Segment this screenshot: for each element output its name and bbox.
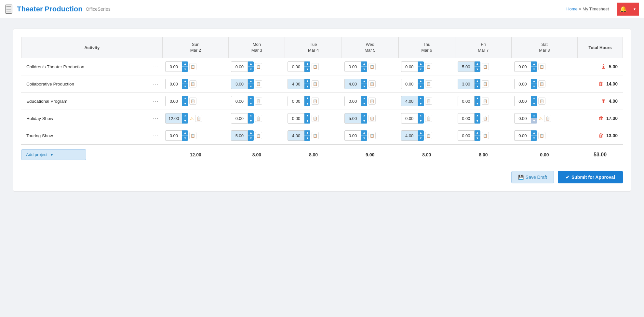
spin-up-3-5[interactable]: ▲ (475, 113, 480, 118)
spin-down-2-2[interactable]: ▼ (304, 101, 310, 106)
note-button-1-1[interactable]: 📋 (255, 80, 262, 87)
hour-input-3-0[interactable] (165, 113, 182, 124)
hour-input-2-3[interactable] (344, 96, 361, 106)
hour-input-0-3[interactable] (344, 61, 361, 72)
activity-menu-button-1[interactable]: ··· (152, 81, 160, 87)
note-button-4-5[interactable]: 📋 (482, 132, 489, 139)
hour-input-1-0[interactable] (165, 79, 182, 89)
spin-up-4-2[interactable]: ▲ (304, 130, 310, 136)
note-button-0-6[interactable]: 📋 (538, 63, 545, 70)
note-button-0-4[interactable]: 📋 (425, 63, 432, 70)
spin-up-4-0[interactable]: ▲ (182, 130, 188, 136)
note-button-3-4[interactable]: 📋 (425, 115, 432, 122)
activity-menu-button-2[interactable]: ··· (152, 98, 160, 105)
spin-down-0-5[interactable]: ▼ (475, 67, 480, 72)
spin-up-0-5[interactable]: ▲ (475, 61, 480, 67)
spin-down-0-4[interactable]: ▼ (418, 67, 424, 72)
note-button-2-1[interactable]: 📋 (255, 98, 262, 105)
hour-input-3-6[interactable] (514, 113, 531, 124)
note-button-0-0[interactable]: 📋 (189, 63, 196, 70)
user-dropdown-button[interactable]: ▾ (630, 3, 639, 16)
hour-input-0-0[interactable] (165, 61, 182, 72)
spin-down-0-2[interactable]: ▼ (304, 67, 310, 72)
spin-up-4-5[interactable]: ▲ (475, 130, 480, 136)
note-button-1-4[interactable]: 📋 (425, 80, 432, 87)
spin-down-3-5[interactable]: ▼ (475, 118, 480, 124)
hour-input-3-1[interactable] (231, 113, 248, 124)
spin-up-4-1[interactable]: ▲ (248, 130, 254, 136)
spin-up-0-2[interactable]: ▲ (304, 61, 310, 67)
spin-up-2-6[interactable]: ▲ (531, 96, 537, 101)
note-button-0-5[interactable]: 📋 (482, 63, 489, 70)
delete-row-button-3[interactable]: 🗑 (597, 115, 605, 121)
spin-up-3-4[interactable]: ▲ (418, 113, 424, 118)
note-button-1-3[interactable]: 📋 (369, 80, 376, 87)
spin-down-3-4[interactable]: ▼ (418, 118, 424, 124)
spin-up-3-1[interactable]: ▲ (248, 113, 254, 118)
note-button-4-2[interactable]: 📋 (312, 132, 319, 139)
hour-input-1-4[interactable] (401, 79, 418, 89)
spin-down-0-6[interactable]: ▼ (531, 67, 537, 72)
spin-up-2-3[interactable]: ▲ (361, 96, 367, 101)
spin-up-0-6[interactable]: ▲ (531, 61, 537, 67)
hour-input-2-4[interactable] (401, 96, 418, 106)
hour-input-1-5[interactable] (458, 79, 475, 89)
spin-down-4-5[interactable]: ▼ (475, 136, 480, 141)
hour-input-1-2[interactable] (288, 79, 304, 89)
spin-down-0-1[interactable]: ▼ (248, 67, 254, 72)
activity-menu-button-3[interactable]: ··· (152, 115, 160, 122)
hour-input-4-0[interactable] (165, 130, 182, 141)
hour-input-2-6[interactable] (514, 96, 531, 106)
spin-down-3-2[interactable]: ▼ (304, 118, 310, 124)
note-button-4-1[interactable]: 📋 (255, 132, 262, 139)
spin-down-2-6[interactable]: ▼ (531, 101, 537, 106)
spin-up-4-4[interactable]: ▲ (418, 130, 424, 136)
spin-down-4-4[interactable]: ▼ (418, 136, 424, 141)
spin-up-3-2[interactable]: ▲ (304, 113, 310, 118)
hour-input-4-5[interactable] (458, 130, 475, 141)
hour-input-1-1[interactable] (231, 79, 248, 89)
add-project-button[interactable]: Add project ▼ (21, 149, 86, 160)
spin-down-1-3[interactable]: ▼ (361, 84, 367, 89)
hour-input-0-2[interactable] (288, 61, 304, 72)
spin-up-1-1[interactable]: ▲ (248, 79, 254, 84)
spin-up-1-2[interactable]: ▲ (304, 79, 310, 84)
delete-row-button-1[interactable]: 🗑 (597, 81, 605, 87)
note-button-3-2[interactable]: 📋 (312, 115, 319, 122)
spin-up-0-0[interactable]: ▲ (182, 61, 188, 67)
spin-down-1-2[interactable]: ▼ (304, 84, 310, 89)
spin-down-1-4[interactable]: ▼ (418, 84, 424, 89)
note-button-1-6[interactable]: 📋 (538, 80, 545, 87)
spin-up-4-6[interactable]: ▲ (531, 130, 537, 136)
spin-down-3-1[interactable]: ▼ (248, 118, 254, 124)
spin-down-4-2[interactable]: ▼ (304, 136, 310, 141)
hour-input-3-2[interactable] (288, 113, 304, 124)
spin-down-4-6[interactable]: ▼ (531, 136, 537, 141)
spin-down-4-1[interactable]: ▼ (248, 136, 254, 141)
spin-up-3-3[interactable]: ▲ (361, 113, 367, 118)
note-button-3-1[interactable]: 📋 (255, 115, 262, 122)
hour-input-1-6[interactable] (514, 79, 531, 89)
note-button-2-6[interactable]: 📋 (538, 98, 545, 105)
spin-down-3-6[interactable]: ▼ (531, 118, 537, 124)
spin-down-0-3[interactable]: ▼ (361, 67, 367, 72)
note-button-3-6[interactable]: 📋 (544, 115, 551, 122)
delete-row-button-4[interactable]: 🗑 (597, 133, 605, 139)
spin-down-1-1[interactable]: ▼ (248, 84, 254, 89)
hour-input-3-4[interactable] (401, 113, 418, 124)
note-button-2-0[interactable]: 📋 (189, 98, 196, 105)
note-button-4-4[interactable]: 📋 (425, 132, 432, 139)
spin-up-1-5[interactable]: ▲ (475, 79, 480, 84)
note-button-2-3[interactable]: 📋 (369, 98, 376, 105)
spin-up-1-3[interactable]: ▲ (361, 79, 367, 84)
submit-button[interactable]: ✔ Submit for Approval (558, 171, 623, 183)
spin-up-2-0[interactable]: ▲ (182, 96, 188, 101)
note-button-1-5[interactable]: 📋 (482, 80, 489, 87)
spin-up-3-6[interactable]: ▲ (531, 113, 537, 118)
hour-input-4-3[interactable] (344, 130, 361, 141)
note-button-2-2[interactable]: 📋 (312, 98, 319, 105)
spin-up-1-0[interactable]: ▲ (182, 79, 188, 84)
notification-button[interactable]: 🔔 (617, 3, 630, 16)
hour-input-4-4[interactable] (401, 130, 418, 141)
spin-down-4-3[interactable]: ▼ (361, 136, 367, 141)
